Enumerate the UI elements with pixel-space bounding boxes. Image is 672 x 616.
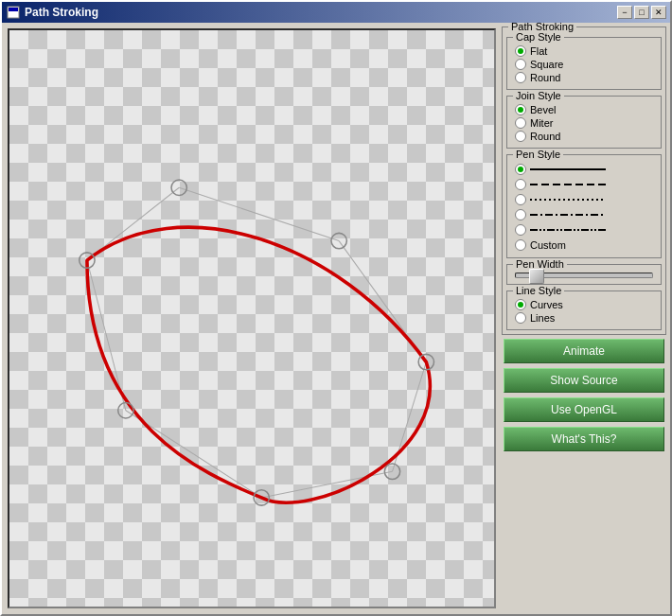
pen-style-radio-group: Custom [511,161,657,254]
pen-solid-option[interactable] [515,163,653,176]
join-style-label: Join Style [513,90,564,101]
pen-width-track [515,273,653,278]
join-style-group: Join Style Bevel Miter Round [506,96,662,149]
join-round-option[interactable]: Round [515,131,653,142]
join-miter-option[interactable]: Miter [515,117,653,129]
line-lines-radio[interactable] [515,312,526,324]
join-bevel-label: Bevel [530,104,557,115]
window-title: Path Stroking [25,6,617,19]
cap-style-group: Cap Style Flat Square Round [506,37,662,90]
cap-flat-option[interactable]: Flat [515,45,653,57]
cap-flat-radio[interactable] [515,45,526,57]
cap-round-option[interactable]: Round [515,72,653,83]
title-buttons: − □ ✕ [617,6,666,19]
line-style-label: Line Style [513,285,564,296]
join-round-radio[interactable] [515,131,526,142]
join-style-radio-group: Bevel Miter Round [511,102,657,144]
pen-solid-radio[interactable] [515,164,526,175]
cap-square-label: Square [530,59,563,70]
cap-round-radio[interactable] [515,72,526,83]
pen-style-label: Pen Style [513,149,563,160]
path-stroking-group: Path Stroking Cap Style Flat Square [502,26,666,335]
join-round-label: Round [530,131,560,142]
pen-width-group: Pen Width [506,264,662,285]
pen-dot-radio[interactable] [515,194,526,205]
join-bevel-radio[interactable] [515,104,526,115]
show-source-button[interactable]: Show Source [504,368,664,393]
pen-custom-label: Custom [530,239,566,251]
pen-dash-line [530,179,606,190]
line-curves-label: Curves [530,299,563,310]
pen-dashdot-option[interactable] [515,208,653,221]
join-miter-label: Miter [530,117,553,129]
whats-this-button[interactable]: What's This? [504,427,664,451]
animate-button[interactable]: Animate [504,339,664,363]
pen-solid-line [530,164,606,175]
right-panel: Path Stroking Cap Style Flat Square [502,23,670,614]
pen-custom-radio[interactable] [515,239,526,251]
cap-square-option[interactable]: Square [515,59,653,70]
line-lines-label: Lines [530,312,555,324]
pen-dot-option[interactable] [515,193,653,206]
pen-width-thumb[interactable] [529,269,544,284]
pen-dash-option[interactable] [515,178,653,191]
window-icon [6,5,21,20]
line-style-radio-group: Curves Lines [511,297,657,326]
maximize-button[interactable]: □ [634,6,649,19]
action-buttons: Animate Show Source Use OpenGL What's Th… [502,339,666,453]
pen-custom-option[interactable]: Custom [515,238,653,252]
svg-line-3 [179,187,339,240]
join-bevel-option[interactable]: Bevel [515,104,653,115]
close-button[interactable]: ✕ [651,6,666,19]
cap-round-label: Round [530,72,560,83]
pen-dashdot-radio[interactable] [515,209,526,220]
minimize-button[interactable]: − [617,6,632,19]
pen-dash-radio[interactable] [515,179,526,190]
pen-dashdotdot-line [530,224,606,236]
cap-style-label: Cap Style [513,31,564,43]
main-window: Path Stroking − □ ✕ [0,0,672,616]
line-style-group: Line Style Curves Lines [506,290,662,330]
line-curves-option[interactable]: Curves [515,299,653,310]
pen-dot-line [530,194,606,205]
title-bar: Path Stroking − □ ✕ [2,2,670,23]
svg-rect-1 [9,8,18,11]
line-curves-radio[interactable] [515,299,526,310]
cap-style-radio-group: Flat Square Round [511,44,657,85]
pen-dashdot-line [530,209,606,220]
pen-dashdotdot-radio[interactable] [515,224,526,236]
drawing-canvas[interactable] [8,28,496,608]
cap-square-radio[interactable] [515,59,526,70]
pen-width-slider-container [511,271,657,280]
join-miter-radio[interactable] [515,117,526,129]
window-content: Path Stroking Cap Style Flat Square [2,23,670,614]
cap-flat-label: Flat [530,45,547,57]
pen-dashdotdot-option[interactable] [515,223,653,237]
line-lines-option[interactable]: Lines [515,312,653,324]
use-opengl-button[interactable]: Use OpenGL [504,397,664,422]
pen-style-group: Pen Style [506,154,662,258]
